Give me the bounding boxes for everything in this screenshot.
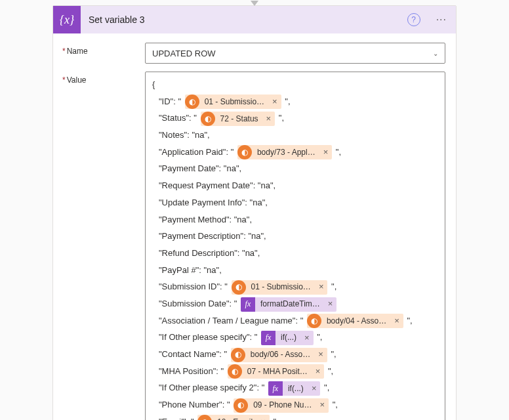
variable-icon: {x} [53,6,81,33]
code-line: "Phone Number": " ◐09 - Phone Nu…× ", [152,397,438,413]
code-line: "Submission Date": " fxformatDateTim…× [152,296,438,312]
connector-arrow-icon [251,1,258,6]
code-line: "If Other please specify 2": " fxif(...)… [152,380,438,396]
dynamic-icon: ◐ [197,415,212,420]
code-line: "Notes": "na", [152,127,438,144]
code-line: "Status": " ◐72 - Status× ", [152,110,438,127]
close-icon[interactable]: × [319,145,333,159]
dynamic-content-token[interactable]: ◐07 - MHA Posit…× [228,364,325,379]
close-icon[interactable]: × [315,280,328,295]
code-line: "Payment Description": "na", [152,228,438,245]
code-line: "Refund Description": "na", [152,245,438,262]
token-label: 10 - Email [212,415,256,420]
value-input[interactable]: {"ID": " ◐01 - Submissio…× ","Status": "… [145,72,445,420]
token-label: body/06 - Asso… [245,348,314,362]
close-icon[interactable]: × [312,364,325,379]
code-line: "PayPal #": "na", [152,262,438,279]
code-line: "Application Paid": " ◐body/73 - Appl…× … [152,144,438,161]
dynamic-content-token[interactable]: ◐01 - Submissio…× [232,280,328,295]
card-title: Set variable 3 [89,14,399,25]
dynamic-content-token[interactable]: ◐body/06 - Asso…× [231,348,327,362]
dynamic-content-token[interactable]: ◐09 - Phone Nu…× [234,398,329,413]
code-line: "Payment Method": "na", [152,212,438,228]
dynamic-content-token[interactable]: ◐body/04 - Asso…× [307,314,403,328]
close-icon[interactable]: × [256,415,270,420]
token-label: 07 - MHA Posit… [242,364,312,379]
code-line: "Contact Name": " ◐body/06 - Asso…× ", [152,346,438,363]
dynamic-icon: ◐ [232,280,246,295]
code-line: "MHA Position": " ◐07 - MHA Posit…× ", [152,364,438,380]
token-label: body/04 - Asso… [321,314,390,328]
dynamic-icon: ◐ [228,364,242,379]
card-body: *Name UPDATED ROW ⌄ *Value {"ID": " ◐01 … [53,33,456,420]
dynamic-icon: ◐ [231,348,245,362]
required-marker: * [62,47,66,56]
fx-icon: fx [241,297,255,312]
code-line: "If Other please specify": " fxif(...)× … [152,329,438,346]
name-row: *Name UPDATED ROW ⌄ [62,43,445,64]
code-line: "Update Payment Info": "na", [152,195,438,211]
dynamic-content-token[interactable]: ◐10 - Email× [197,415,270,420]
action-card: {x} Set variable 3 ? ··· *Name UPDATED R… [52,5,457,420]
fx-icon: fx [268,381,283,396]
close-icon[interactable]: × [316,398,329,413]
token-label: 72 - Status [215,112,262,126]
name-dropdown[interactable]: UPDATED ROW ⌄ [145,43,445,64]
dynamic-icon: ◐ [201,112,215,126]
token-label: 01 - Submissio… [246,280,315,295]
token-label: if(...) [275,331,300,345]
value-label: *Value [62,72,145,85]
expression-token[interactable]: fxformatDateTim…× [241,297,337,312]
token-label: if(...) [283,381,308,396]
code-line: "Submission ID": " ◐01 - Submissio…× ", [152,279,438,295]
close-icon[interactable]: × [268,94,281,109]
dynamic-icon: ◐ [185,94,199,109]
name-label: *Name [62,43,145,56]
fx-icon: fx [261,331,275,345]
token-label: formatDateTim… [255,297,324,312]
dynamic-content-token[interactable]: ◐body/73 - Appl…× [237,145,332,159]
value-row: *Value {"ID": " ◐01 - Submissio…× ","Sta… [62,72,445,420]
more-options-button[interactable]: ··· [432,11,451,28]
code-line: "Request Payment Date": "na", [152,178,438,194]
required-marker: * [62,75,66,85]
code-line: "ID": " ◐01 - Submissio…× ", [152,94,438,110]
close-icon[interactable]: × [262,112,275,126]
dynamic-icon: ◐ [237,145,252,159]
close-icon[interactable]: × [314,348,327,362]
close-icon[interactable]: × [308,381,321,396]
close-icon[interactable]: × [324,297,337,312]
token-label: body/73 - Appl… [252,145,319,159]
dynamic-content-token[interactable]: ◐01 - Submissio…× [185,94,281,109]
help-icon[interactable]: ? [407,13,420,26]
dynamic-content-token[interactable]: ◐72 - Status× [201,112,275,126]
dynamic-icon: ◐ [234,398,248,413]
card-header[interactable]: {x} Set variable 3 ? ··· [53,6,456,33]
code-line: "Association / Team / League name": " ◐b… [152,313,438,329]
dynamic-icon: ◐ [307,314,321,328]
name-selected-value: UPDATED ROW [152,49,216,58]
code-line: "Email": " ◐10 - Email× ", [152,414,438,420]
expression-token[interactable]: fxif(...)× [268,381,321,396]
token-label: 09 - Phone Nu… [248,398,316,413]
token-label: 01 - Submissio… [199,94,268,109]
code-line: "Payment Date": "na", [152,161,438,177]
close-icon[interactable]: × [300,331,314,345]
close-icon[interactable]: × [390,314,403,328]
chevron-down-icon: ⌄ [433,50,438,57]
expression-token[interactable]: fxif(...)× [261,331,314,345]
